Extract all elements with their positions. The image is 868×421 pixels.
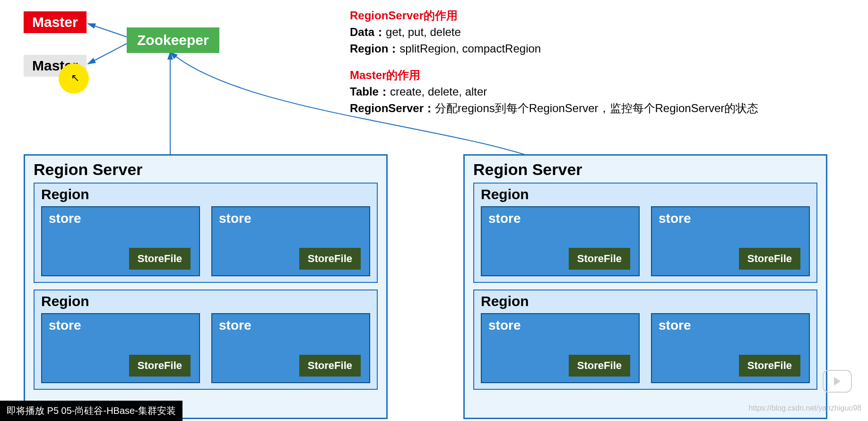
store-box: store StoreFile bbox=[41, 313, 200, 383]
svg-line-0 bbox=[88, 24, 127, 37]
rs-role-header: RegionServer的作用 bbox=[350, 8, 541, 24]
region-box: Region store StoreFile store StoreFile bbox=[473, 289, 817, 390]
store-box: store StoreFile bbox=[651, 313, 810, 383]
region-box: Region store StoreFile store StoreFile bbox=[473, 183, 817, 283]
store-box: store StoreFile bbox=[211, 206, 370, 276]
storefile-box: StoreFile bbox=[739, 248, 800, 270]
video-caption: 即将播放 P5 05-尚硅谷-HBase-集群安装 bbox=[0, 401, 182, 421]
svg-line-1 bbox=[88, 44, 127, 64]
storefile-box: StoreFile bbox=[299, 355, 361, 377]
storefile-box: StoreFile bbox=[569, 248, 630, 270]
store-box: store StoreFile bbox=[41, 206, 200, 276]
storefile-box: StoreFile bbox=[129, 248, 191, 270]
master-role-header: Master的作用 bbox=[350, 67, 758, 84]
region-server-title: Region Server bbox=[34, 160, 378, 179]
regionserver-role-text: RegionServer的作用 Data：get, put, delete Re… bbox=[350, 8, 541, 57]
region-server-2: Region Server Region store StoreFile sto… bbox=[463, 154, 827, 419]
store-box: store StoreFile bbox=[481, 313, 640, 383]
zookeeper-node: Zookeeper bbox=[127, 27, 219, 53]
region-box: Region store StoreFile store StoreFile bbox=[34, 183, 378, 283]
storefile-box: StoreFile bbox=[299, 248, 361, 270]
storefile-box: StoreFile bbox=[739, 355, 800, 377]
store-box: store StoreFile bbox=[481, 206, 640, 276]
watermark-text: https://blog.csdn.net/yanzhiguo98 bbox=[749, 404, 861, 412]
store-box: store StoreFile bbox=[211, 313, 370, 383]
region-box: Region store StoreFile store StoreFile bbox=[34, 289, 378, 390]
storefile-box: StoreFile bbox=[569, 355, 630, 377]
master-active: Master bbox=[24, 11, 87, 33]
play-icon[interactable] bbox=[823, 370, 852, 393]
region-server-title: Region Server bbox=[473, 160, 817, 179]
cursor-icon: ↖ bbox=[71, 72, 79, 84]
store-box: store StoreFile bbox=[651, 206, 810, 276]
master-role-text: Master的作用 Table：create, delete, alter Re… bbox=[350, 67, 758, 116]
region-server-1: Region Server Region store StoreFile sto… bbox=[24, 154, 388, 419]
storefile-box: StoreFile bbox=[129, 355, 191, 377]
